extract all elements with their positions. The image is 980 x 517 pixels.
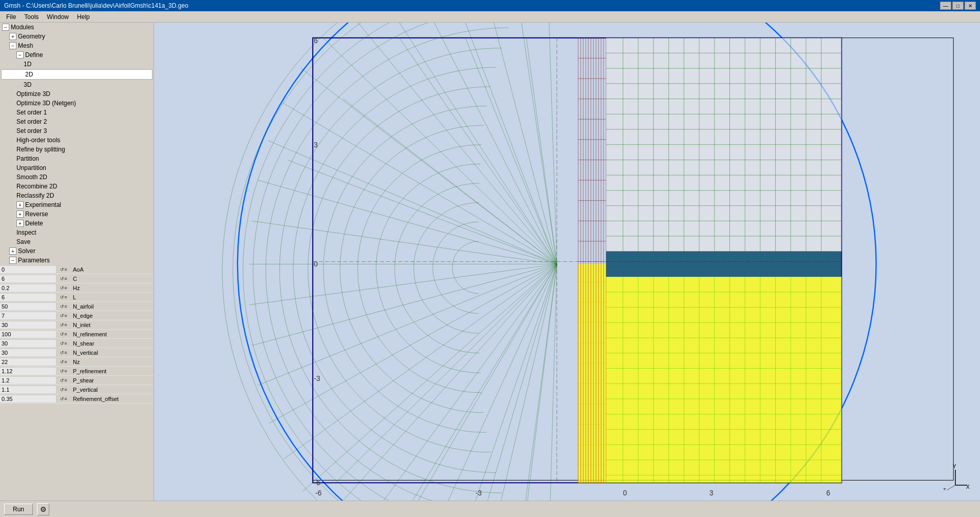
delete-item[interactable]: + Delete	[0, 219, 153, 228]
menu-tools[interactable]: Tools	[20, 12, 43, 22]
param-reset-icon[interactable]: ↺	[60, 276, 64, 281]
param-value-input[interactable]	[0, 294, 56, 301]
maximize-button[interactable]: □	[952, 2, 964, 10]
param-value-input[interactable]	[0, 395, 56, 403]
param-reset-icon[interactable]: ↺	[60, 396, 64, 401]
viewport[interactable]: 6 3 0 -3 -6 -6 -3 0 3 6 Y X Z	[154, 23, 980, 501]
param-graph-icon[interactable]: ≡	[64, 295, 67, 300]
partition-item[interactable]: Partition	[0, 154, 153, 163]
geometry-item[interactable]: + Geometry	[0, 32, 153, 41]
main-content: − Modules + Geometry − Mesh − Define 1D …	[0, 23, 980, 501]
experimental-expander[interactable]: +	[16, 201, 24, 208]
delete-expander[interactable]: +	[16, 220, 24, 227]
mesh-2d-item[interactable]: 2D	[1, 69, 152, 80]
param-graph-icon[interactable]: ≡	[64, 359, 67, 365]
optimize-3d-item[interactable]: Optimize 3D	[0, 89, 153, 99]
param-graph-icon[interactable]: ≡	[64, 378, 67, 383]
param-value-input[interactable]	[0, 312, 56, 319]
param-reset-icon[interactable]: ↺	[60, 387, 64, 392]
svg-text:6: 6	[827, 489, 831, 497]
param-value-input[interactable]	[0, 377, 56, 384]
param-row: ↺ ≡ Hz	[0, 283, 153, 293]
high-order-tools-item[interactable]: High-order tools	[0, 136, 153, 145]
reverse-item[interactable]: + Reverse	[0, 209, 153, 219]
set-order-1-item[interactable]: Set order 1	[0, 108, 153, 117]
param-reset-icon[interactable]: ↺	[60, 369, 64, 374]
experimental-label: Experimental	[25, 201, 61, 208]
param-reset-icon[interactable]: ↺	[60, 304, 64, 309]
param-reset-icon[interactable]: ↺	[60, 341, 64, 346]
param-reset-icon[interactable]: ↺	[60, 285, 64, 291]
param-reset-icon[interactable]: ↺	[60, 313, 64, 318]
param-graph-icon[interactable]: ≡	[64, 285, 67, 291]
param-value-input[interactable]	[0, 303, 56, 310]
mesh-1d-item[interactable]: 1D	[0, 60, 153, 69]
run-button[interactable]: Run	[4, 504, 33, 515]
param-graph-icon[interactable]: ≡	[64, 276, 67, 281]
param-reset-icon[interactable]: ↺	[60, 359, 64, 365]
menu-help[interactable]: Help	[73, 12, 94, 22]
menu-window[interactable]: Window	[43, 12, 73, 22]
minimize-button[interactable]: —	[940, 2, 951, 10]
define-expander[interactable]: −	[16, 51, 24, 59]
param-graph-icon[interactable]: ≡	[64, 387, 67, 392]
param-reset-icon[interactable]: ↺	[60, 332, 64, 337]
solver-item[interactable]: + Solver	[0, 246, 153, 256]
save-item[interactable]: Save	[0, 237, 153, 246]
define-item[interactable]: − Define	[0, 50, 153, 60]
param-graph-icon[interactable]: ≡	[64, 322, 67, 328]
recombine-2d-item[interactable]: Recombine 2D	[0, 182, 153, 191]
mesh-item[interactable]: − Mesh	[0, 41, 153, 50]
param-graph-icon[interactable]: ≡	[64, 369, 67, 374]
reverse-expander[interactable]: +	[16, 210, 24, 218]
reclassify-2d-item[interactable]: Reclassify 2D	[0, 191, 153, 200]
param-graph-icon[interactable]: ≡	[64, 396, 67, 401]
param-graph-icon[interactable]: ≡	[64, 350, 67, 355]
param-value-input[interactable]	[0, 266, 56, 273]
menu-file[interactable]: File	[2, 12, 20, 22]
param-name-label: L	[71, 294, 76, 300]
param-value-input[interactable]	[0, 340, 56, 347]
param-value-input[interactable]	[0, 275, 56, 282]
param-graph-icon[interactable]: ≡	[64, 341, 67, 346]
svg-text:6: 6	[314, 36, 318, 45]
param-value-input[interactable]	[0, 284, 56, 292]
close-button[interactable]: ✕	[965, 2, 976, 10]
param-value-input[interactable]	[0, 358, 56, 366]
param-value-input[interactable]	[0, 368, 56, 375]
param-graph-icon[interactable]: ≡	[64, 267, 67, 272]
set-order-2-item[interactable]: Set order 2	[0, 117, 153, 126]
param-graph-icon[interactable]: ≡	[64, 332, 67, 337]
param-reset-icon[interactable]: ↺	[60, 295, 64, 300]
smooth-2d-item[interactable]: Smooth 2D	[0, 173, 153, 182]
param-reset-icon[interactable]: ↺	[60, 378, 64, 383]
refine-by-splitting-item[interactable]: Refine by splitting	[0, 145, 153, 154]
param-value-input[interactable]	[0, 321, 56, 329]
unpartition-item[interactable]: Unpartition	[0, 163, 153, 173]
param-value-input[interactable]	[0, 331, 56, 338]
param-reset-icon[interactable]: ↺	[60, 350, 64, 355]
settings-button[interactable]: ⚙	[37, 503, 49, 515]
inspect-item[interactable]: Inspect	[0, 228, 153, 237]
param-graph-icon[interactable]: ≡	[64, 313, 67, 318]
svg-text:-3: -3	[475, 489, 482, 497]
param-reset-icon[interactable]: ↺	[60, 322, 64, 328]
param-value-input[interactable]	[0, 386, 56, 393]
mesh-3d-item[interactable]: 3D	[0, 80, 153, 89]
param-value-input[interactable]	[0, 349, 56, 356]
mesh-canvas[interactable]: 6 3 0 -3 -6 -6 -3 0 3 6	[154, 23, 980, 501]
param-graph-icon[interactable]: ≡	[64, 304, 67, 309]
experimental-item[interactable]: + Experimental	[0, 200, 153, 209]
param-reset-icon[interactable]: ↺	[60, 267, 64, 272]
param-row: ↺ ≡ N_shear	[0, 339, 153, 348]
modules-item[interactable]: − Modules	[0, 23, 153, 32]
mesh-expander[interactable]: −	[9, 42, 16, 49]
parameters-item[interactable]: − Parameters	[0, 256, 153, 265]
set-order-3-item[interactable]: Set order 3	[0, 126, 153, 136]
solver-expander[interactable]: +	[9, 247, 16, 255]
optimize-3d-netgen-item[interactable]: Optimize 3D (Netgen)	[0, 99, 153, 108]
modules-expander[interactable]: −	[2, 24, 9, 31]
geometry-expander[interactable]: +	[9, 33, 16, 40]
parameters-expander[interactable]: −	[9, 257, 16, 264]
param-name-label: P_refinement	[71, 368, 106, 374]
